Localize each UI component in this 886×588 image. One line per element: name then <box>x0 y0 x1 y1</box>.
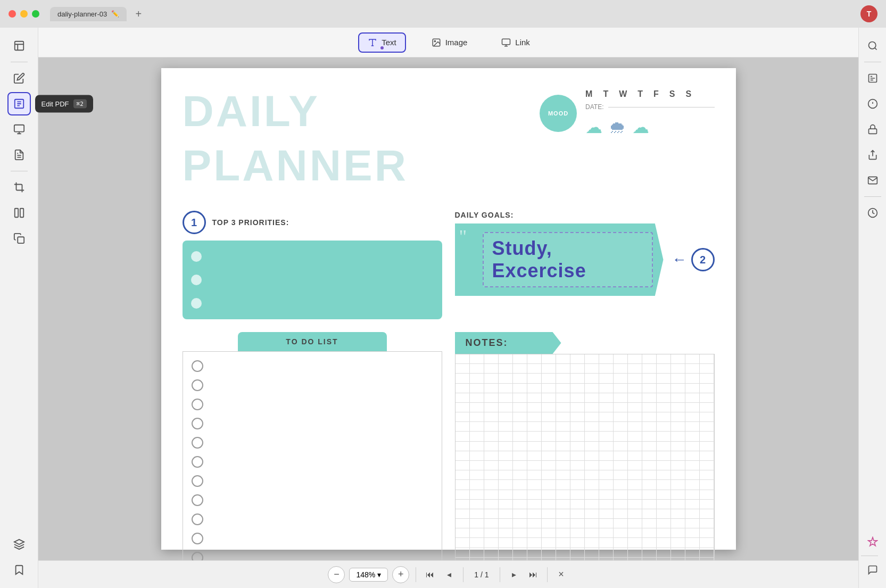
right-icon-info[interactable] <box>861 92 884 115</box>
priorities-title: TOP 3 PRIORITIES: <box>212 218 289 227</box>
tab-edit-icon[interactable]: ✏️ <box>111 10 119 18</box>
sidebar-icon-edit-pdf[interactable] <box>7 92 31 115</box>
close-traffic-light[interactable] <box>9 10 16 18</box>
grid-cell <box>642 470 657 480</box>
grid-cell <box>614 393 628 403</box>
right-icon-integrations[interactable] <box>861 530 884 553</box>
grid-cell <box>614 422 628 432</box>
goals-number-circle: 2 <box>691 248 715 271</box>
planner-header: DAILY PLANNER MOOD M T W <box>183 89 715 198</box>
grid-cell <box>484 384 499 393</box>
grid-cell <box>499 442 513 451</box>
grid-cell <box>700 403 714 412</box>
right-icon-search[interactable] <box>861 34 884 57</box>
grid-cell <box>484 558 499 560</box>
grid-cell <box>700 374 714 383</box>
todo-circle-3 <box>192 399 203 410</box>
grid-cell <box>628 432 642 441</box>
goals-text-box[interactable]: Study, Excercise <box>483 232 653 287</box>
nav-first-button[interactable]: ⏮ <box>423 567 437 582</box>
todo-item-3 <box>192 399 433 410</box>
zoom-display[interactable]: 148% ▾ <box>349 568 388 582</box>
grid-cell <box>700 558 714 560</box>
grid-cell <box>585 412 599 422</box>
grid-cell <box>585 500 599 509</box>
grid-cell <box>484 500 499 509</box>
canvas-scroll[interactable]: DAILY PLANNER MOOD M T W <box>38 57 858 560</box>
nav-prev-button[interactable]: ◂ <box>442 567 457 582</box>
sidebar-icon-layers[interactable] <box>7 533 31 556</box>
grid-cell <box>470 384 484 393</box>
grid-cell <box>470 422 484 432</box>
grid-cell <box>671 538 685 548</box>
goals-header: DAILY GOALS: <box>455 211 715 219</box>
right-icon-mail[interactable] <box>861 169 884 192</box>
mood-section: MOOD M T W T F S S <box>540 89 714 137</box>
grid-cell <box>700 509 714 519</box>
right-icon-share[interactable] <box>861 143 884 167</box>
grid-cell <box>513 500 527 509</box>
right-icon-ocr[interactable] <box>861 67 884 90</box>
grid-cell <box>484 461 499 470</box>
grid-cell <box>513 432 527 441</box>
grid-cell <box>685 451 700 461</box>
close-button[interactable]: × <box>554 567 569 582</box>
grid-cell <box>657 354 671 364</box>
current-tab[interactable]: daliy-planner-03 ✏️ <box>50 7 127 21</box>
grid-cell <box>542 422 556 432</box>
user-avatar: T <box>860 5 877 22</box>
grid-cell <box>542 509 556 519</box>
nav-next-button[interactable]: ▸ <box>507 567 521 582</box>
grid-cell <box>657 422 671 432</box>
sidebar-icon-template[interactable] <box>7 143 31 167</box>
date-line <box>608 107 715 107</box>
grid-cell <box>700 451 714 461</box>
sidebar-icon-compare[interactable] <box>7 201 31 225</box>
goals-banner: " Study, Excercise <box>455 223 664 296</box>
sidebar-icon-annotate[interactable] <box>7 67 31 90</box>
sidebar-icon-book[interactable] <box>7 34 31 57</box>
add-tab-button[interactable]: + <box>131 6 146 21</box>
sidebar-icon-copy[interactable] <box>7 227 31 250</box>
grid-cell <box>657 470 671 480</box>
grid-cell <box>570 528 585 538</box>
sidebar-icon-crop[interactable] <box>7 176 31 199</box>
grid-cell <box>542 500 556 509</box>
grid-cell <box>599 432 614 441</box>
grid-cell <box>484 470 499 480</box>
grid-cell <box>499 461 513 470</box>
grid-cell <box>685 500 700 509</box>
right-icon-clock[interactable] <box>861 201 884 225</box>
grid-cell <box>513 528 527 538</box>
grid-cell <box>642 432 657 441</box>
grid-cell <box>499 354 513 364</box>
grid-cell <box>642 354 657 364</box>
sidebar-icon-pages[interactable] <box>7 118 31 141</box>
grid-cell <box>685 519 700 528</box>
grid-cell <box>599 509 614 519</box>
grid-cell <box>599 538 614 548</box>
grid-cell <box>470 451 484 461</box>
sidebar-icon-bookmark[interactable] <box>7 558 31 582</box>
grid-cell <box>527 548 542 558</box>
maximize-traffic-light[interactable] <box>32 10 39 18</box>
zoom-out-button[interactable]: − <box>328 566 345 583</box>
grid-cell <box>556 490 570 500</box>
svg-point-8 <box>434 40 435 42</box>
grid-cell <box>456 470 470 480</box>
text-tool-button[interactable]: Text <box>358 32 406 53</box>
grid-cell <box>599 374 614 383</box>
minimize-traffic-light[interactable] <box>20 10 28 18</box>
grid-cell <box>642 403 657 412</box>
image-tool-button[interactable]: Image <box>423 34 476 52</box>
right-icon-lock[interactable] <box>861 118 884 141</box>
link-tool-button[interactable]: Link <box>493 34 539 52</box>
grid-cell <box>685 384 700 393</box>
grid-cell <box>700 364 714 374</box>
right-icon-chat[interactable] <box>861 558 884 582</box>
nav-last-button[interactable]: ⏭ <box>526 567 541 582</box>
zoom-in-button[interactable]: + <box>392 566 409 583</box>
grid-cell <box>570 509 585 519</box>
grid-cell <box>527 393 542 403</box>
grid-cell <box>484 548 499 558</box>
